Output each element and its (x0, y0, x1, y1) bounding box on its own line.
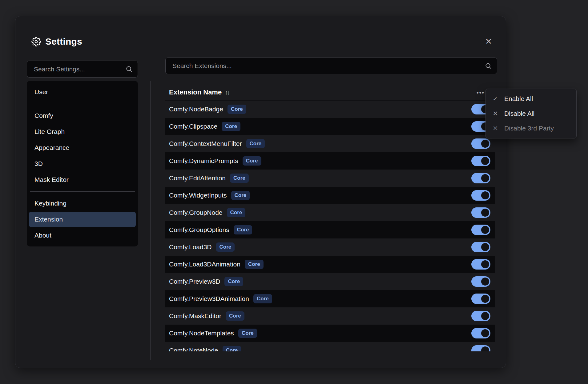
toggle-knob (481, 157, 489, 165)
table-row: Comfy.Preview3DAnimationCore (165, 290, 495, 307)
table-row: Comfy.WidgetInputsCore (165, 187, 495, 204)
menu-item-label: Enable All (504, 95, 533, 102)
enable-toggle[interactable] (471, 294, 490, 304)
x-icon: ✕ (492, 110, 499, 117)
enable-toggle[interactable] (471, 225, 490, 235)
toggle-knob (481, 312, 489, 320)
enable-toggle[interactable] (471, 276, 490, 287)
table-row: Comfy.NodeTemplatesCore (165, 325, 495, 342)
core-badge: Core (226, 311, 244, 321)
core-badge: Core (230, 174, 249, 183)
search-icon (485, 62, 492, 70)
extension-name: Comfy.GroupNode (169, 209, 223, 216)
extension-name: Comfy.Load3D (169, 243, 212, 251)
menu-item-label: Disable 3rd Party (504, 125, 554, 132)
menu-item-disable-3rd-party: ✕Disable 3rd Party (486, 121, 576, 136)
vertical-divider (150, 81, 151, 360)
sidebar-divider (30, 191, 135, 192)
extension-name: Comfy.EditAttention (169, 174, 226, 182)
sort-icon[interactable]: ↑↓ (225, 89, 229, 96)
toggle-knob (481, 191, 489, 199)
table-row: Comfy.Load3DCore (165, 238, 495, 256)
extension-name: Comfy.Clipspace (169, 123, 217, 130)
check-icon: ✓ (492, 95, 499, 102)
menu-item-label: Disable All (504, 110, 534, 117)
extension-name: Comfy.NodeTemplates (169, 330, 234, 337)
settings-search-box (27, 61, 138, 78)
enable-toggle[interactable] (471, 345, 490, 351)
enable-toggle[interactable] (471, 311, 490, 321)
sidebar-item-extension[interactable]: Extension (29, 212, 136, 227)
ellipsis-icon: ••• (477, 89, 485, 96)
extension-name: Comfy.GroupOptions (169, 226, 229, 234)
core-badge: Core (223, 346, 241, 351)
table-row: Comfy.ContextMenuFilterCore (165, 135, 495, 152)
toggle-knob (481, 140, 489, 148)
extension-name: Comfy.NodeBadge (169, 106, 223, 113)
extensions-search-box (165, 58, 497, 74)
enable-toggle[interactable] (471, 207, 490, 218)
sidebar-item-3d[interactable]: 3D (29, 156, 136, 171)
toggle-knob (481, 243, 489, 251)
extension-name: Comfy.Load3DAnimation (169, 261, 240, 268)
sidebar-item-keybinding[interactable]: Keybinding (29, 196, 136, 211)
enable-toggle[interactable] (471, 190, 490, 201)
core-badge: Core (234, 225, 252, 234)
toggle-knob (481, 278, 489, 286)
column-header-extension-name[interactable]: Extension Name (169, 88, 222, 96)
extension-name: Comfy.NoteNode (169, 347, 218, 351)
sidebar-item-lite-graph[interactable]: Lite Graph (29, 124, 136, 139)
toggle-knob (481, 226, 489, 234)
context-menu: ✓Enable All✕Disable All✕Disable 3rd Part… (485, 89, 577, 138)
enable-toggle[interactable] (471, 328, 490, 338)
sidebar-item-appearance[interactable]: Appearance (29, 140, 136, 155)
sidebar-item-user[interactable]: User (29, 84, 136, 100)
close-icon: ✕ (485, 38, 492, 46)
sidebar-item-about[interactable]: About (29, 228, 136, 243)
settings-search-input[interactable] (27, 61, 126, 77)
toggle-knob (481, 346, 489, 351)
page-title: Settings (45, 36, 82, 47)
dialog-header: Settings (31, 35, 82, 48)
extension-name: Comfy.Preview3DAnimation (169, 295, 249, 302)
table-header: Extension Name ↑↓ ••• (165, 85, 495, 101)
close-button[interactable]: ✕ (482, 35, 495, 48)
table-row: Comfy.NoteNodeCore (165, 342, 495, 351)
menu-item-disable-all[interactable]: ✕Disable All (486, 106, 576, 121)
extension-name: Comfy.MaskEditor (169, 312, 221, 320)
extensions-search-input[interactable] (166, 58, 485, 74)
table-row: Comfy.GroupOptionsCore (165, 221, 495, 238)
core-badge: Core (253, 294, 272, 303)
toggle-knob (481, 209, 489, 217)
menu-item-enable-all[interactable]: ✓Enable All (486, 91, 576, 106)
core-badge: Core (216, 242, 235, 252)
extension-list: Comfy.NodeBadgeCoreComfy.ClipspaceCoreCo… (165, 101, 495, 351)
table-row: Comfy.DynamicPromptsCore (165, 152, 495, 170)
enable-toggle[interactable] (471, 259, 490, 270)
gear-icon (31, 37, 41, 46)
core-badge: Core (245, 260, 264, 269)
core-badge: Core (231, 191, 250, 200)
extension-name: Comfy.ContextMenuFilter (169, 140, 242, 147)
sidebar-item-mask-editor[interactable]: Mask Editor (29, 172, 136, 187)
toggle-knob (481, 295, 489, 303)
toggle-knob (481, 329, 489, 337)
x-icon: ✕ (492, 125, 499, 132)
core-badge: Core (238, 329, 257, 338)
table-row: Comfy.MaskEditorCore (165, 307, 495, 325)
enable-toggle[interactable] (471, 138, 490, 149)
core-badge: Core (222, 122, 240, 131)
settings-nav: UserComfyLite GraphAppearance3DMask Edit… (27, 81, 138, 246)
core-badge: Core (227, 208, 246, 217)
table-row: Comfy.Preview3DCore (165, 273, 495, 290)
enable-toggle[interactable] (471, 242, 490, 252)
enable-toggle[interactable] (471, 156, 490, 166)
core-badge: Core (228, 105, 246, 114)
sidebar-divider (30, 104, 135, 104)
sidebar-item-comfy[interactable]: Comfy (29, 108, 136, 123)
table-row: Comfy.EditAttentionCore (165, 170, 495, 187)
core-badge: Core (224, 277, 243, 286)
enable-toggle[interactable] (471, 173, 490, 183)
toggle-knob (481, 174, 489, 182)
settings-dialog: Settings ✕ UserComfyLite GraphAppearance… (15, 16, 506, 368)
